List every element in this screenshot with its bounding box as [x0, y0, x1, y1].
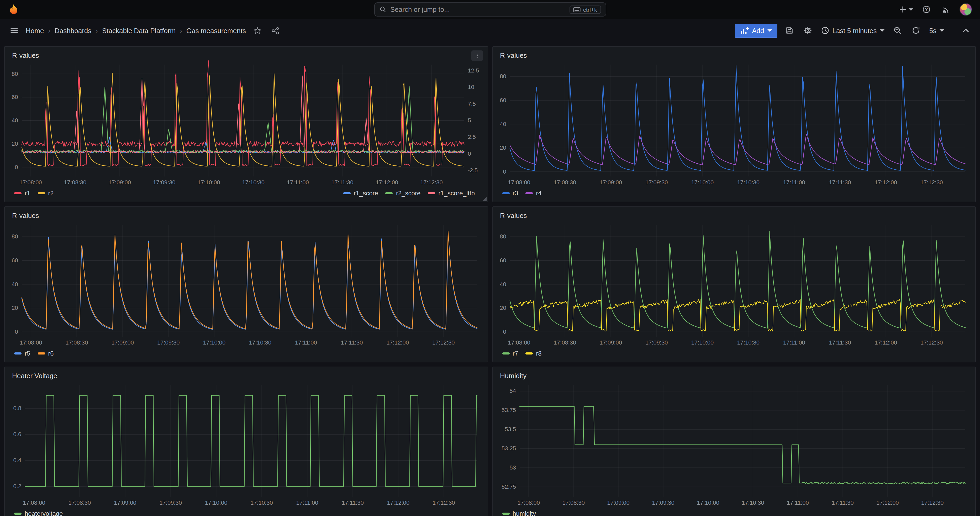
right-y-axis-tick-label: 5 [468, 117, 471, 124]
time-series-chart[interactable]: 17:08:0017:08:3017:09:0017:09:3017:10:00… [10, 221, 482, 347]
panel-header: R-values [498, 50, 970, 61]
x-axis-tick-label: 17:12:00 [387, 500, 410, 506]
time-range-picker[interactable]: Last 5 minutes [819, 23, 886, 38]
time-series-chart[interactable]: 17:08:0017:08:3017:09:0017:09:3017:10:00… [498, 221, 970, 347]
y-axis-tick-label: 40 [500, 121, 506, 127]
grafana-logo[interactable] [7, 3, 20, 16]
breadcrumb-separator-icon: › [180, 27, 182, 34]
x-axis-tick-label: 17:10:30 [242, 179, 264, 186]
legend-item-r1[interactable]: r1 [14, 190, 30, 197]
legend-item-r1_score[interactable]: r1_score [343, 190, 378, 197]
breadcrumb-folder[interactable]: Stackable Data Platform [102, 27, 176, 34]
panel-title[interactable]: R-values [10, 51, 41, 59]
legend-item-r3[interactable]: r3 [502, 190, 518, 197]
series-line-r3 [510, 66, 965, 170]
panel-menu-button[interactable] [471, 50, 483, 61]
help-button[interactable] [920, 3, 933, 16]
legend-item-r7[interactable]: r7 [502, 350, 518, 357]
x-axis-tick-label: 17:08:30 [562, 500, 584, 506]
x-axis-tick-label: 17:12:30 [921, 500, 943, 506]
x-axis-tick-label: 17:08:30 [65, 339, 88, 346]
zoom-out-icon [894, 26, 902, 35]
time-range-label: Last 5 minutes [832, 27, 877, 34]
y-axis-tick-label: 54 [509, 388, 516, 394]
x-axis-tick-label: 17:08:00 [508, 339, 530, 346]
time-series-chart[interactable]: 17:08:0017:08:3017:09:0017:09:3017:10:00… [10, 61, 482, 187]
caret-down-icon [767, 29, 772, 32]
new-menu-button[interactable] [899, 5, 913, 14]
search-input[interactable]: Search or jump to... ctrl+k [374, 2, 606, 16]
x-axis-tick-label: 17:12:00 [375, 179, 398, 186]
legend-label: r1_score_lttb [438, 190, 475, 197]
star-icon [253, 27, 261, 34]
x-axis-tick-label: 17:10:00 [697, 500, 719, 506]
x-axis-tick-label: 17:12:30 [433, 500, 455, 506]
zoom-out-time-button[interactable] [892, 24, 904, 37]
y-axis-tick-label: 60 [11, 94, 18, 100]
panel-title[interactable]: R-values [10, 212, 41, 219]
favorite-dashboard-button[interactable] [251, 24, 264, 37]
x-axis-tick-label: 17:10:30 [737, 339, 759, 346]
legend-label: r8 [536, 350, 541, 357]
panel-legend: r7r8 [498, 348, 970, 359]
y-axis-tick-label: 52.75 [501, 483, 516, 490]
x-axis-tick-label: 17:08:30 [554, 179, 576, 186]
search-shortcut-label: ctrl+k [583, 6, 597, 13]
legend-item-r5[interactable]: r5 [14, 350, 30, 357]
collapse-toolbar-button[interactable] [959, 24, 972, 37]
legend-item-heatervoltage[interactable]: heatervoltage [14, 510, 63, 516]
y-axis-tick-label: 0.2 [13, 483, 22, 489]
share-dashboard-button[interactable] [269, 24, 282, 37]
breadcrumb-home[interactable]: Home [26, 27, 44, 34]
panel-title[interactable]: R-values [498, 212, 529, 219]
panel-resize-handle[interactable] [483, 197, 486, 201]
legend-item-r1_score_lttb[interactable]: r1_score_lttb [428, 190, 475, 197]
panel-r-values-2: R-values 17:08:0017:08:3017:09:0017:09:3… [492, 46, 976, 202]
series-line-humidity [519, 406, 965, 484]
x-axis-tick-label: 17:10:00 [203, 339, 226, 346]
legend-item-r2_score[interactable]: r2_score [385, 190, 420, 197]
x-axis-tick-label: 17:08:00 [23, 500, 45, 506]
panel-title[interactable]: R-values [498, 51, 529, 59]
legend-item-r6[interactable]: r6 [38, 350, 54, 357]
panel-title[interactable]: Humidity [498, 371, 528, 379]
y-axis-tick-label: 80 [500, 73, 506, 80]
panel-title[interactable]: Heater Voltage [10, 371, 59, 379]
mega-menu-toggle-button[interactable] [8, 24, 21, 37]
breadcrumb-dashboard-name[interactable]: Gas measurements [186, 27, 246, 34]
x-axis-tick-label: 17:12:30 [920, 179, 943, 186]
profile-button[interactable] [959, 3, 973, 16]
x-axis-tick-label: 17:11:00 [783, 179, 805, 186]
panel-r-values-3: R-values 17:08:0017:08:3017:09:0017:09:3… [4, 206, 488, 362]
panel-r-values-4: R-values 17:08:0017:08:3017:09:0017:09:3… [492, 206, 976, 362]
time-series-chart[interactable]: 17:08:0017:08:3017:09:0017:09:3017:10:00… [498, 61, 970, 187]
y-axis-tick-label: 80 [500, 233, 506, 240]
refresh-interval-picker[interactable]: 5s [928, 23, 945, 38]
menu-icon [10, 26, 18, 35]
x-axis-tick-label: 17:11:00 [787, 500, 809, 506]
dashboard-settings-button[interactable] [801, 24, 814, 37]
chart-area: 17:08:0017:08:3017:09:0017:09:3017:10:00… [498, 381, 970, 507]
panel-add-icon [740, 27, 749, 34]
legend-item-r4[interactable]: r4 [525, 190, 541, 197]
legend-item-r8[interactable]: r8 [525, 350, 541, 357]
legend-item-humidity[interactable]: humidity [502, 510, 536, 516]
refresh-dashboard-button[interactable] [910, 24, 923, 37]
time-series-chart[interactable]: 17:08:0017:08:3017:09:0017:09:3017:10:00… [10, 381, 482, 507]
legend-label: humidity [512, 510, 536, 516]
legend-item-r2[interactable]: r2 [38, 190, 54, 197]
y-axis-tick-label: 53.25 [501, 445, 516, 452]
legend-group-right: r1_scorer2_scorer1_score_lttb [343, 190, 475, 197]
user-avatar [959, 3, 972, 16]
right-y-axis-tick-label: 12.5 [468, 67, 479, 74]
breadcrumb-dashboards[interactable]: Dashboards [54, 27, 91, 34]
news-button[interactable] [940, 3, 952, 16]
time-series-chart[interactable]: 17:08:0017:08:3017:09:0017:09:3017:10:00… [498, 381, 970, 507]
right-y-axis-tick-label: -2.5 [468, 167, 478, 174]
x-axis-tick-label: 17:09:30 [157, 339, 180, 346]
x-axis-tick-label: 17:11:00 [295, 339, 317, 346]
panel-humidity: Humidity 17:08:0017:08:3017:09:0017:09:3… [492, 366, 976, 516]
add-panel-button[interactable]: Add [735, 23, 777, 38]
x-axis-tick-label: 17:10:00 [691, 179, 714, 186]
save-dashboard-button[interactable] [783, 24, 795, 37]
